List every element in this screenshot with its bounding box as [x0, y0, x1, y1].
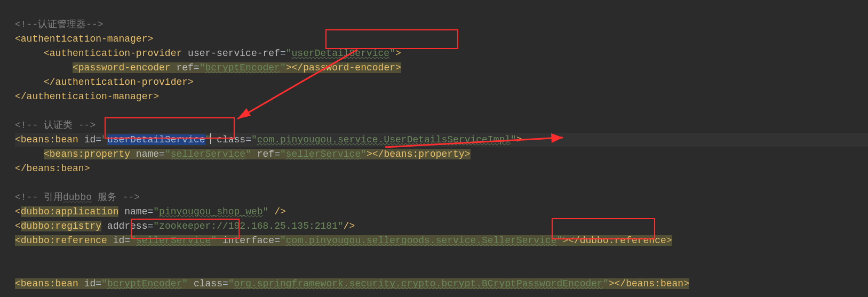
tag-name: dubbo:application — [21, 206, 119, 217]
tag-name: beans:bean — [21, 278, 78, 289]
comment: <!-- 认证类 --> — [15, 120, 95, 131]
code-content: <!--认证管理器--> <authentication-manager> <a… — [15, 18, 868, 291]
comment: <!--认证管理器--> — [15, 19, 103, 30]
text-caret — [210, 133, 211, 144]
tag-name: authentication-provider — [50, 48, 182, 59]
tag-name: beans:bean — [21, 134, 78, 145]
attr-value: userDetailService — [292, 48, 390, 59]
tag-name: authentication-manager — [21, 34, 148, 44]
tag-name: dubbo:registry — [21, 221, 101, 231]
selected-text: userDetailService — [107, 134, 205, 145]
attr-name: user-service-ref — [188, 48, 280, 59]
comment: <!-- 引用dubbo 服务 --> — [15, 192, 140, 203]
code-editor[interactable]: <!--认证管理器--> <authentication-manager> <a… — [0, 0, 868, 297]
tag-open: < — [15, 34, 21, 44]
tag-name: beans:property — [50, 149, 130, 159]
tag-name: password-encoder — [78, 62, 171, 73]
tag-name: dubbo:reference — [21, 235, 107, 246]
